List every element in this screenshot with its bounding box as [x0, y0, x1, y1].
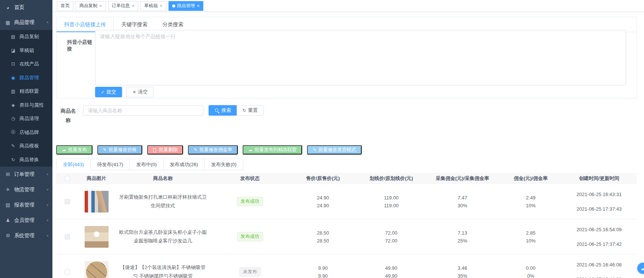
- page-tab-goods-copy[interactable]: 商品复制 ×: [76, 1, 106, 11]
- batch-publish-union-button[interactable]: ☁ 批量发布到精选联盟: [243, 145, 303, 155]
- product-table: 商品图片 商品名称 发布状态 售价/原售价(元) 划线价/原划线价(元) 采集佣…: [56, 173, 637, 278]
- sidebar-item-member-manage[interactable]: ♟ 会员管理 ∨: [0, 213, 52, 228]
- sidebar-item-home[interactable]: ◕ 首页: [0, 0, 52, 15]
- sidebar-item-report-manage[interactable]: ▧ 报表管理 ∨: [0, 197, 52, 213]
- chevron-down-icon: ∨: [46, 173, 49, 176]
- status-tab-publishing[interactable]: 发布中(0): [130, 159, 164, 170]
- header-product-image: 商品图片: [79, 175, 114, 182]
- search-button-label: 搜索: [221, 107, 231, 114]
- line-price-value: 49.90: [385, 265, 398, 271]
- sidebar-item-shop-brand[interactable]: Ⓐ 店铺品牌: [0, 126, 52, 140]
- pencil-icon: ✎: [194, 148, 197, 152]
- collect-commission-value: 3.46: [458, 265, 467, 271]
- collect-commission-value: 7.13: [458, 230, 467, 236]
- row-checkbox[interactable]: [65, 234, 70, 239]
- chevron-down-icon: ∨: [46, 234, 49, 237]
- price-orig-value: 28.50: [317, 238, 329, 244]
- sidebar-group-label: 系统管理: [14, 232, 34, 239]
- sidebar-subitem-label: 商品模板: [19, 143, 39, 149]
- active-dot-icon: [172, 4, 175, 7]
- rate-value: 10%: [526, 203, 535, 208]
- line-price-orig-value: 72.00: [385, 238, 398, 244]
- sidebar-group-label: 物流管理: [14, 186, 34, 193]
- chevron-down-icon: ∨: [46, 188, 49, 191]
- sidebar-item-goods-copy[interactable]: ▤ 商品复制: [0, 30, 52, 44]
- sidebar-item-follow-manage[interactable]: ◉ 跟品管理: [0, 71, 52, 85]
- sidebar-subitem-label: 类目与属性: [19, 102, 44, 109]
- sidebar-item-goods-label: 商品管理: [14, 19, 34, 26]
- app-window: ◕ 首页 ▦ 商品管理 ∧ ▤ 商品复制 ◪ 草稿箱 ⊡ 在线产品 ◉ 跟品管理: [0, 0, 644, 278]
- sidebar-subitem-label: 精选联盟: [19, 88, 39, 95]
- submit-button[interactable]: ✓ 提交: [95, 87, 122, 97]
- close-icon[interactable]: ×: [197, 3, 200, 8]
- row-checkbox[interactable]: [65, 199, 70, 204]
- product-name-input[interactable]: [83, 105, 203, 116]
- batch-modify-price-button[interactable]: ✎ 批量修改价格: [97, 145, 142, 155]
- sidebar-item-goods-manage[interactable]: ▦ 商品管理 ∧: [0, 15, 52, 30]
- sidebar-item-category-attr[interactable]: ◈ 类目与属性: [0, 98, 52, 112]
- page-tab-order-info[interactable]: 订单信息 ×: [108, 1, 139, 11]
- clear-button[interactable]: ✕ 清空: [127, 87, 154, 97]
- batch-modify-commission-button[interactable]: ✎ 批量修改佣金率: [188, 145, 238, 155]
- status-badge: 未发布: [239, 267, 261, 277]
- dashboard-icon: ◕: [4, 5, 11, 10]
- sidebar-item-order-manage[interactable]: ⊞ 订单管理 ∨: [0, 167, 52, 182]
- price-value: 28.50: [317, 230, 329, 236]
- batch-publish-button[interactable]: ☁ 批量发布: [56, 145, 92, 155]
- sidebar-item-logistics-manage[interactable]: ✈ 物流管理 ∨: [0, 182, 52, 197]
- sidebar-item-system-manage[interactable]: ⚙ 系统管理 ∨: [0, 228, 52, 243]
- header-publish-status: 发布状态: [212, 175, 288, 182]
- submit-button-label: 提交: [106, 89, 116, 95]
- batch-button-label: 批量修改价格: [109, 147, 137, 153]
- sidebar-subitem-label: 商品替换: [19, 156, 39, 163]
- reset-button-label: 重置: [248, 107, 258, 114]
- status-tab-success[interactable]: 发布成功(26): [164, 159, 205, 170]
- rate-value: 10%: [526, 238, 535, 244]
- header-product-name: 商品名称: [114, 175, 212, 182]
- table-header-row: 商品图片 商品名称 发布状态 售价/原售价(元) 划线价/原划线价(元) 采集佣…: [56, 173, 637, 184]
- status-tab-all[interactable]: 全部(443): [56, 159, 91, 170]
- sidebar-item-goods-clean[interactable]: ◷ 商品清理: [0, 112, 52, 126]
- sidebar-item-goods-replace[interactable]: ↻ 商品替换: [0, 153, 52, 167]
- batch-modify-delivery-button[interactable]: ✎ 批量修改发货模式: [307, 145, 361, 155]
- chevron-down-icon: ∨: [46, 204, 49, 207]
- product-name: 欧式阳台方桌茶几卧室床头柜小桌子小圆桌圆形咖啡桌客厅沙发边几: [114, 228, 212, 245]
- cloud-icon: ☁: [641, 266, 644, 271]
- link-field-label: 抖音小店链接: [67, 39, 96, 52]
- close-icon[interactable]: ×: [99, 3, 102, 8]
- sidebar-item-online-products[interactable]: ⊡ 在线产品: [0, 57, 52, 71]
- link-textarea[interactable]: [95, 30, 626, 85]
- category-icon: ◈: [10, 103, 16, 108]
- sidebar-item-home-label: 首页: [14, 4, 24, 11]
- chevron-up-icon: ∧: [46, 21, 49, 24]
- batch-delete-button[interactable]: 批量删除: [147, 145, 183, 155]
- rate-value: 0%: [527, 273, 534, 278]
- status-tab-failed[interactable]: 发布失败(0): [205, 159, 243, 170]
- page-tab-draftbox[interactable]: 草稿箱 ×: [140, 1, 166, 11]
- header-line-price: 划线价/原划线价(元): [358, 175, 425, 182]
- sidebar-item-goods-template[interactable]: ✎ 商品模板: [0, 139, 52, 153]
- reset-button[interactable]: ↻ 重置: [237, 105, 264, 116]
- close-icon[interactable]: ×: [160, 3, 162, 8]
- sidebar: ◕ 首页 ▦ 商品管理 ∧ ▤ 商品复制 ◪ 草稿箱 ⊡ 在线产品 ◉ 跟品管理: [0, 0, 52, 278]
- page-tab-follow-manage[interactable]: 跟品管理 ×: [168, 1, 204, 11]
- sidebar-group-label: 会员管理: [14, 217, 34, 224]
- search-button[interactable]: 搜索: [209, 105, 237, 116]
- user-icon: ♟: [4, 217, 11, 223]
- sidebar-item-featured-union[interactable]: ▥ 精选联盟: [0, 85, 52, 98]
- created-time: 2021-06-25 16:43:31: [577, 192, 622, 197]
- paper-plane-icon: ✈: [4, 187, 11, 192]
- table-row: 牙刷置物架免打孔漱口杯刷牙杯挂墙式卫生间壁挂式 发布成功 24.90 24.90…: [56, 184, 637, 219]
- sidebar-item-draftbox[interactable]: ◪ 草稿箱: [0, 44, 52, 58]
- collect-rate-value: 30%: [458, 203, 467, 208]
- close-icon[interactable]: ×: [132, 3, 135, 8]
- float-helper-button[interactable]: ☁: [637, 263, 644, 274]
- page-tab-home[interactable]: 首页: [57, 1, 73, 11]
- trash-icon: [153, 148, 157, 152]
- cart-icon: ⊞: [4, 171, 11, 177]
- sidebar-subitem-label: 草稿箱: [19, 47, 34, 54]
- select-all-checkbox[interactable]: [65, 176, 70, 181]
- row-checkbox[interactable]: [65, 269, 70, 275]
- status-tab-pending[interactable]: 待发布(417): [91, 159, 130, 170]
- pencil-icon: ✎: [103, 148, 106, 152]
